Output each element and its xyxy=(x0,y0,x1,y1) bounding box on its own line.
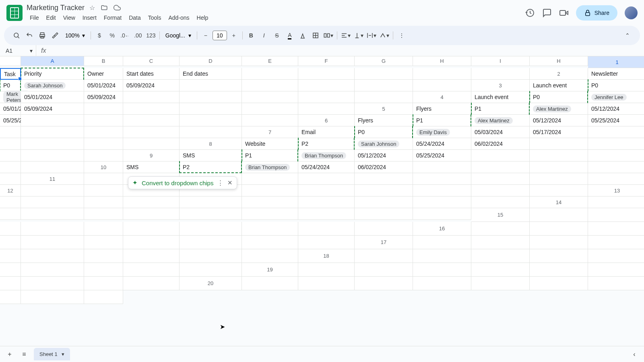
cell[interactable] xyxy=(413,68,471,80)
cell[interactable]: P0 xyxy=(530,91,588,103)
all-sheets-icon[interactable]: ≡ xyxy=(19,351,29,358)
cell[interactable]: 06/02/2024 xyxy=(471,138,530,150)
cell[interactable]: Alex Martinez xyxy=(471,115,530,126)
undo-icon[interactable] xyxy=(23,29,35,41)
row-header[interactable]: 14 xyxy=(530,197,588,208)
cell[interactable] xyxy=(298,91,355,103)
cell[interactable]: 05/17/2024 xyxy=(530,126,588,138)
cell[interactable]: Brian Thompson xyxy=(298,150,355,161)
select-all-corner[interactable] xyxy=(0,56,21,66)
fill-color-icon[interactable] xyxy=(297,29,309,41)
cell[interactable] xyxy=(471,222,530,236)
cell[interactable] xyxy=(84,249,123,263)
cell[interactable] xyxy=(530,263,588,277)
cell[interactable] xyxy=(242,277,298,290)
cell[interactable] xyxy=(21,249,84,263)
cell[interactable] xyxy=(21,290,84,304)
decrease-decimal-icon[interactable]: .0← xyxy=(119,29,131,41)
strikethrough-icon[interactable]: S xyxy=(271,29,283,41)
cell[interactable] xyxy=(180,103,242,115)
cell[interactable] xyxy=(0,197,21,208)
cell[interactable] xyxy=(298,263,355,277)
spreadsheet-grid[interactable]: ABCDEFGHIH1TaskPriorityOwnerStart datesE… xyxy=(0,56,644,334)
row-header[interactable]: 2 xyxy=(530,68,588,80)
cell[interactable] xyxy=(180,236,242,249)
column-header[interactable]: H xyxy=(413,56,471,66)
cell[interactable]: 05/24/2024 xyxy=(413,138,471,150)
cell[interactable] xyxy=(471,277,530,290)
cell[interactable]: Owner xyxy=(84,68,123,80)
cell[interactable]: Sarah Johnson xyxy=(355,138,413,150)
column-header[interactable]: I xyxy=(471,56,530,66)
suggestion-text[interactable]: Convert to dropdown chips xyxy=(142,180,213,186)
cell[interactable] xyxy=(298,173,355,185)
cell[interactable] xyxy=(0,173,21,185)
cell[interactable] xyxy=(242,68,298,80)
cell[interactable]: Alex Martinez xyxy=(530,103,588,115)
cell[interactable] xyxy=(123,236,180,249)
cell[interactable]: 05/01/2024 xyxy=(21,91,84,103)
menu-file[interactable]: File xyxy=(27,13,42,23)
cell[interactable] xyxy=(21,161,84,173)
menu-data[interactable]: Data xyxy=(126,13,144,23)
cell[interactable] xyxy=(530,173,588,185)
cell[interactable]: Task xyxy=(0,68,21,80)
cell[interactable] xyxy=(413,208,471,220)
cell[interactable] xyxy=(0,277,21,290)
zoom-select[interactable]: 100% ▾ xyxy=(62,31,88,40)
print-icon[interactable] xyxy=(36,29,48,41)
cell[interactable]: Email xyxy=(298,126,355,138)
cell[interactable] xyxy=(355,68,413,80)
cell[interactable] xyxy=(588,208,644,222)
cell[interactable] xyxy=(84,263,123,277)
explore-icon[interactable]: ‹ xyxy=(630,351,639,358)
cell[interactable] xyxy=(84,185,123,197)
row-header[interactable]: 4 xyxy=(413,91,471,103)
cell[interactable]: P0 xyxy=(0,80,21,91)
cell[interactable] xyxy=(588,263,644,277)
cell[interactable] xyxy=(413,80,471,91)
cell[interactable]: Launch event xyxy=(530,80,588,91)
cell[interactable] xyxy=(530,150,588,161)
cell[interactable] xyxy=(413,236,471,249)
cell[interactable] xyxy=(588,161,644,173)
menu-insert[interactable]: Insert xyxy=(79,13,100,23)
cell[interactable] xyxy=(471,173,530,185)
cell[interactable] xyxy=(530,208,588,222)
row-header[interactable]: 10 xyxy=(84,161,123,173)
row-header[interactable]: 20 xyxy=(180,277,242,290)
cell[interactable]: 05/25/2024 xyxy=(0,115,21,126)
cell[interactable]: 05/01/2024 xyxy=(0,103,21,115)
cell[interactable]: Mark Peterson xyxy=(0,91,21,103)
more-toolbar-icon[interactable]: ⋮ xyxy=(396,29,408,41)
cell[interactable]: Newsletter xyxy=(588,68,644,80)
cell[interactable] xyxy=(0,249,21,263)
cell[interactable] xyxy=(21,126,84,138)
cell[interactable]: Website xyxy=(242,138,298,150)
font-family-select[interactable]: Googl...▾ xyxy=(162,31,194,40)
cell[interactable]: P0 xyxy=(355,126,413,138)
cell[interactable] xyxy=(84,115,123,126)
cell[interactable] xyxy=(530,222,588,236)
cell[interactable]: 05/12/2024 xyxy=(588,103,644,115)
column-header[interactable]: G xyxy=(355,56,413,66)
column-header[interactable]: C xyxy=(123,56,180,66)
cell[interactable] xyxy=(471,197,530,208)
cell[interactable] xyxy=(0,138,21,150)
cell[interactable] xyxy=(242,208,298,220)
cell[interactable]: P2 xyxy=(298,138,355,150)
cell[interactable] xyxy=(84,277,123,290)
cell[interactable] xyxy=(0,150,21,161)
cell[interactable]: Flyers xyxy=(413,103,471,115)
cloud-status-icon[interactable] xyxy=(114,4,121,12)
cell[interactable]: P0 xyxy=(588,80,644,91)
cell[interactable]: Priority xyxy=(21,68,84,80)
cell[interactable]: Flyers xyxy=(355,115,413,126)
cell[interactable] xyxy=(0,126,21,138)
cell[interactable] xyxy=(180,91,242,103)
comments-icon[interactable] xyxy=(542,8,552,18)
cell[interactable] xyxy=(84,197,123,208)
column-header[interactable]: D xyxy=(180,56,242,66)
cell[interactable]: 05/25/2024 xyxy=(588,115,644,126)
bold-icon[interactable]: B xyxy=(245,29,257,41)
